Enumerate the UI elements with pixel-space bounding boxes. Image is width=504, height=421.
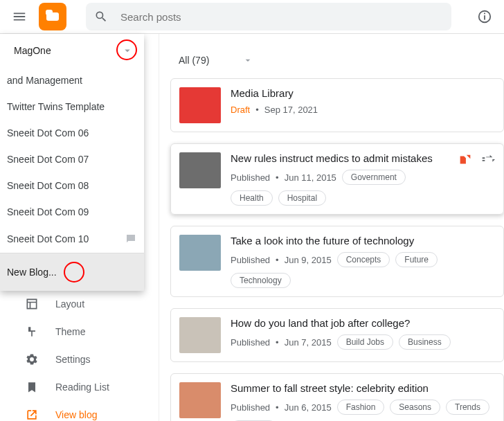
post-date: Jun 9, 2015 [285, 255, 332, 265]
sidebar-item-label: Settings [55, 354, 91, 365]
top-bar [0, 0, 504, 33]
info-icon[interactable] [471, 3, 498, 30]
post-status: Published [231, 255, 270, 265]
post-title: Media Library [231, 87, 495, 99]
open-external-icon [25, 408, 39, 421]
post-date: Jun 7, 2015 [285, 337, 332, 348]
blog-list-item[interactable]: Sneeit Dot Com 06 [0, 120, 144, 146]
new-blog-button[interactable]: New Blog... [0, 253, 144, 291]
theme-icon [25, 325, 39, 339]
layout-icon [25, 297, 39, 311]
sidebar-item-settings[interactable]: Settings [0, 346, 159, 373]
search-bar[interactable] [86, 3, 451, 30]
post-status: Published [231, 172, 270, 183]
post-status: Published [231, 402, 270, 413]
sidebar-item-label: View blog [55, 409, 97, 420]
bookmark-icon [25, 380, 39, 394]
menu-icon[interactable] [6, 3, 33, 30]
post-tag[interactable]: Seasons [390, 400, 440, 415]
post-title: Take a look into the future of technolog… [231, 235, 495, 247]
blog-list-item[interactable]: Sneeit Dot Com 08 [0, 172, 144, 199]
blog-switcher-dropdown: MagOne and ManagementTwitter Twins Templ… [0, 34, 144, 291]
post-card[interactable]: Take a look into the future of technolog… [170, 226, 504, 297]
sidebar-item-layout[interactable]: Layout [0, 290, 159, 318]
post-thumbnail [179, 317, 221, 353]
gear-icon [25, 352, 39, 366]
search-input[interactable] [120, 11, 443, 23]
svg-rect-2 [484, 13, 485, 15]
chevron-down-icon[interactable] [242, 55, 253, 66]
sidebar-item-label: Theme [55, 326, 86, 337]
current-blog-name: MagOne [14, 45, 51, 56]
post-status: Draft [231, 105, 250, 115]
blog-switcher-header[interactable]: MagOne [0, 34, 144, 67]
post-tag[interactable]: Concepts [337, 252, 390, 267]
filter-label: All (79) [179, 55, 209, 66]
post-tag[interactable]: Government [342, 170, 406, 185]
post-tag[interactable]: Future [395, 252, 438, 267]
post-title: Summer to fall street style: celebrity e… [231, 382, 495, 394]
filter-row[interactable]: All (79) [170, 48, 504, 78]
post-card[interactable]: Media LibraryDraft•Sep 17, 2021 [170, 78, 504, 132]
post-card[interactable]: Summer to fall street style: celebrity e… [170, 373, 504, 421]
post-tag[interactable]: Trends [446, 400, 489, 415]
chevron-down-icon[interactable] [119, 42, 136, 59]
blogger-logo[interactable] [39, 3, 66, 30]
new-blog-label: New Blog... [7, 267, 57, 278]
post-thumbnail [179, 382, 221, 418]
blog-list-item[interactable]: Twitter Twins Template [0, 93, 144, 120]
post-tag[interactable]: Business [399, 334, 451, 350]
blog-list-item[interactable]: and Management [0, 67, 144, 93]
svg-rect-1 [484, 15, 485, 19]
search-icon [94, 10, 108, 24]
post-card[interactable]: How do you land that job after college?P… [170, 308, 504, 362]
sidebar-item-label: Reading List [55, 382, 109, 393]
post-status: Published [231, 337, 270, 348]
blog-list-item[interactable]: Sneeit Dot Com 10 [0, 225, 144, 253]
post-card[interactable]: New rules instruct medics to admit mista… [170, 143, 504, 215]
post-tag[interactable]: Technology [231, 273, 291, 288]
post-date: Jun 6, 2015 [285, 402, 332, 413]
sidebar: MagOne and ManagementTwitter Twins Templ… [0, 34, 159, 421]
post-title: New rules instruct medics to admit mista… [231, 152, 448, 164]
blog-list[interactable]: and ManagementTwitter Twins TemplateSnee… [0, 67, 144, 253]
sidebar-nav: Layout Theme Settings Reading List View … [0, 290, 159, 421]
share-alt-icon[interactable] [480, 152, 495, 168]
post-thumbnail [179, 235, 221, 271]
post-thumbnail [179, 152, 221, 188]
sidebar-item-theme[interactable]: Theme [0, 318, 159, 346]
main-content: All (79) Media LibraryDraft•Sep 17, 2021… [159, 34, 504, 421]
post-actions [458, 152, 495, 168]
blog-list-item[interactable]: Sneeit Dot Com 09 [0, 199, 144, 225]
posts-list: Media LibraryDraft•Sep 17, 2021New rules… [170, 78, 504, 421]
comment-icon [125, 233, 137, 245]
post-tag[interactable]: Health [231, 190, 273, 206]
post-date: Jun 11, 2015 [285, 172, 336, 183]
sidebar-item-view-blog[interactable]: View blog [0, 401, 159, 421]
post-title: How do you land that job after college? [231, 317, 495, 329]
blog-list-item[interactable]: Sneeit Dot Com 07 [0, 146, 144, 172]
sidebar-item-reading-list[interactable]: Reading List [0, 373, 159, 401]
highlight-circle [64, 262, 84, 283]
post-tag[interactable]: Fashion [337, 400, 385, 415]
post-tag[interactable]: Hospital [278, 190, 326, 206]
post-thumbnail [179, 87, 221, 123]
sidebar-item-label: Layout [55, 298, 84, 310]
post-tag[interactable]: Build Jobs [337, 334, 393, 350]
post-date: Sep 17, 2021 [264, 105, 318, 115]
share-icon[interactable] [458, 152, 473, 168]
